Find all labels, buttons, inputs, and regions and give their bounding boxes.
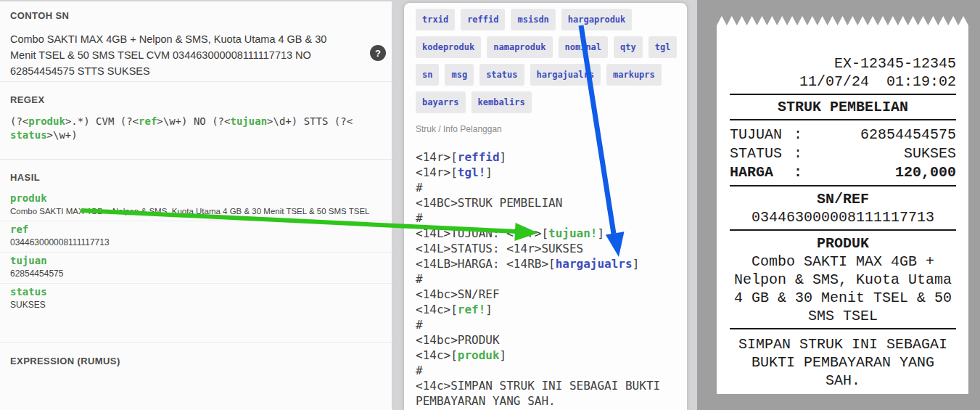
template-line: <14r>[reffid]: [416, 149, 675, 165]
receipt-sn-value: 034463000008111117713: [730, 208, 956, 226]
token-chip-trxid[interactable]: trxid: [416, 9, 455, 30]
hasil-row-status: statusSUKSES: [0, 284, 392, 314]
receipt-row-label: HARGA: [730, 163, 794, 182]
code-segment: <14bc>PRODUK: [416, 333, 500, 347]
hasil-row-tujuan: tujuan62854454575: [0, 253, 392, 284]
code-segment: >.*) CVM (?<: [65, 115, 139, 127]
regex-pattern[interactable]: (?<produk>.*) CVM (?<ref>\w+) NO (?<tuju…: [10, 115, 354, 142]
code-segment: (?<: [10, 115, 28, 127]
code-segment: <14L>STATUS: <14r>SUKSES: [416, 242, 583, 255]
receipt-row-colon: :: [794, 126, 802, 144]
token-chip-kodeproduk[interactable]: kodeproduk: [416, 36, 481, 58]
receipt: EX-12345-12345 11/07/24 01:19:02 STRUK P…: [717, 25, 968, 394]
code-segment: <14c>SIMPAN STRUK INI SEBAGAI BUKTI PEMB…: [416, 379, 667, 408]
capture-group-value: Combo SAKTI MAX 4GB + Nelpon & SMS, Kuot…: [10, 207, 382, 216]
capture-group-value: SUKSES: [10, 300, 382, 310]
receipt-footer: SIMPAN STRUK INI SEBAGAI BUKTI PEMBAYARA…: [730, 335, 956, 390]
token-chip-qty[interactable]: qty: [614, 36, 643, 58]
code-segment: <14c>[: [416, 303, 458, 316]
token-chip-hargaproduk[interactable]: hargaproduk: [561, 9, 632, 30]
code-segment: <14L>TUJUAN: <14r>[: [416, 226, 548, 240]
help-icon[interactable]: ?: [370, 45, 386, 61]
receipt-torn-edge: [717, 16, 968, 25]
expression-heading: EXPRESSION (RUMUS): [10, 356, 382, 366]
receipt-row-value: 62854454575: [860, 126, 956, 144]
code-segment: #: [416, 272, 423, 286]
receipt-rule: [730, 94, 956, 95]
code-segment: <14c>[: [416, 348, 458, 362]
contoh-sn-section: CONTOH SN Combo SAKTI MAX 4GB + Nelpon &…: [0, 1, 392, 81]
code-segment: tujuan: [230, 115, 267, 127]
template-line: <14c>[ref!]: [416, 302, 675, 317]
code-segment: #: [416, 181, 423, 194]
code-segment: status: [10, 129, 47, 141]
expression-section: EXPRESSION (RUMUS): [0, 343, 392, 366]
token-chip-kembalirs[interactable]: kembalirs: [472, 91, 532, 113]
capture-group-name: produk: [10, 193, 382, 204]
receipt-preview-panel: EX-12345-12345 11/07/24 01:19:02 STRUK P…: [697, 0, 980, 410]
token-chip-msg[interactable]: msg: [445, 64, 474, 86]
receipt-rule: [730, 328, 956, 329]
capture-group-value: 62854454575: [10, 269, 382, 279]
hasil-row-ref: ref034463000008111117713: [0, 221, 392, 253]
hasil-row-produk: produkCombo SAKTI MAX 4GB + Nelpon & SMS…: [0, 190, 392, 221]
receipt-sn-heading: SN/REF: [730, 190, 956, 208]
hasil-heading: HASIL: [10, 172, 382, 183]
token-chip-sn[interactable]: sn: [416, 64, 439, 86]
token-chip-nominal[interactable]: nominal: [559, 36, 609, 58]
hasil-section: HASIL: [0, 160, 392, 190]
template-editor[interactable]: <14r>[reffid]<14r>[tgl!]#<14BC>STRUK PEM…: [416, 149, 675, 409]
parser-tool-page: CONTOH SN Combo SAKTI MAX 4GB + Nelpon &…: [0, 0, 980, 410]
code-segment: ref!: [458, 303, 486, 316]
receipt-row-colon: :: [794, 144, 802, 163]
token-chip-hargajualrs[interactable]: hargajualrs: [530, 64, 601, 86]
capture-group-name: tujuan: [10, 255, 382, 266]
receipt-ref: EX-12345-12345: [730, 54, 956, 73]
token-chip-namaproduk[interactable]: namaproduk: [487, 36, 552, 58]
receipt-row-value: 120,000: [895, 163, 956, 182]
receipt-row-tujuan: TUJUAN:62854454575: [730, 126, 956, 144]
left-panel: CONTOH SN Combo SAKTI MAX 4GB + Nelpon &…: [0, 1, 392, 410]
token-chip-bayarrs[interactable]: bayarrs: [416, 91, 466, 113]
contoh-sn-heading: CONTOH SN: [10, 10, 382, 21]
template-line: #: [416, 210, 675, 226]
template-panel: trxidreffidmsisdnhargaprodukkodeprodukna…: [404, 3, 687, 410]
editor-label: Struk / Info Pelanggan: [416, 124, 675, 134]
token-chip-status[interactable]: status: [479, 64, 524, 86]
code-segment: produk: [458, 348, 500, 362]
token-chip-tgl[interactable]: tgl: [648, 36, 678, 58]
template-line: <14bc>PRODUK: [416, 332, 675, 348]
code-segment: <14BC>STRUK PEMBELIAN: [416, 196, 562, 210]
code-segment: ]: [633, 257, 640, 271]
chip-row: kodeproduknamaproduknominalqtytgl: [416, 36, 678, 58]
capture-group-name: ref: [10, 224, 382, 235]
token-chip-reffid[interactable]: reffid: [461, 9, 505, 30]
template-line: <14L>STATUS: <14r>SUKSES: [416, 241, 675, 256]
token-chip-markuprs[interactable]: markuprs: [606, 64, 662, 86]
code-segment: <14LB>HARGA: <14RB>[: [416, 257, 556, 271]
receipt-row-harga: HARGA:120,000: [730, 163, 956, 182]
hasil-rows: produkCombo SAKTI MAX 4GB + Nelpon & SMS…: [0, 190, 392, 314]
code-segment: <14r>[: [416, 150, 458, 164]
receipt-rule: [730, 229, 956, 231]
code-segment: #: [416, 364, 423, 377]
question-mark-glyph: ?: [375, 48, 381, 59]
receipt-row-value: SUKSES: [904, 144, 956, 163]
capture-group-name: status: [10, 287, 382, 298]
template-line: <14c>[produk]: [416, 348, 675, 363]
template-line: #: [416, 271, 675, 287]
code-segment: ]: [500, 150, 507, 164]
code-segment: <14bc>SN/REF: [416, 287, 500, 301]
token-chip-msisdn[interactable]: msisdn: [511, 9, 555, 30]
receipt-produk-heading: PRODUK: [730, 234, 956, 253]
code-segment: ]: [500, 348, 507, 362]
code-segment: produk: [28, 115, 65, 127]
template-line: <14c>SIMPAN STRUK INI SEBAGAI BUKTI PEMB…: [416, 378, 675, 409]
template-line: <14LB>HARGA: <14RB>[hargajualrs]: [416, 256, 675, 271]
template-line: <14r>[tgl!]: [416, 165, 675, 180]
regex-heading: REGEX: [10, 94, 382, 105]
template-line: <14BC>STRUK PEMBELIAN: [416, 195, 675, 210]
code-segment: ref: [139, 115, 157, 127]
code-segment: <14r>[: [416, 165, 458, 179]
regex-section: REGEX (?<produk>.*) CVM (?<ref>\w+) NO (…: [0, 82, 392, 159]
